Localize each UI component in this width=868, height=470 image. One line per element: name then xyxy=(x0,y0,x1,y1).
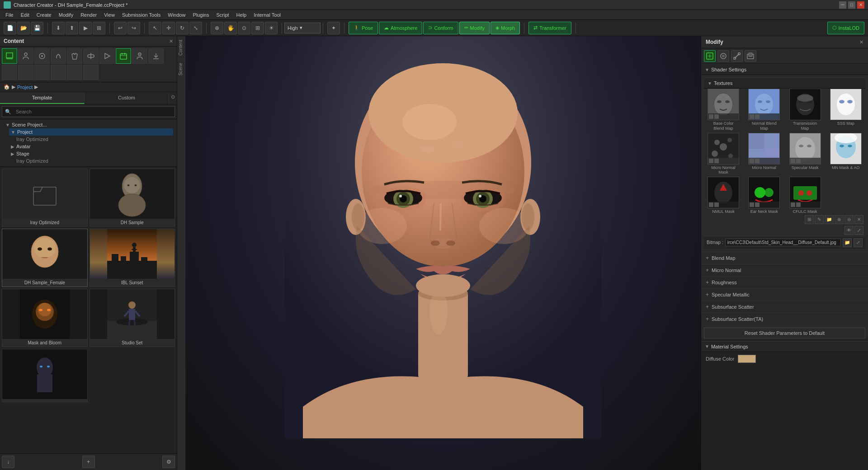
content-icon-placeholder1[interactable] xyxy=(2,65,17,80)
menu-window[interactable]: Window xyxy=(164,11,189,19)
content-item-iray-folder[interactable]: Iray Optimized xyxy=(2,169,88,227)
modify-icon-bone[interactable] xyxy=(731,50,743,62)
sun-button[interactable]: ☀ xyxy=(265,22,278,34)
tree-item-iray-optimized[interactable]: Iray Optimized xyxy=(14,136,173,143)
menu-submission-tools[interactable]: Submission Tools xyxy=(118,11,164,19)
content-icon-hair[interactable] xyxy=(51,48,66,64)
texture-item-micro-normal-mask[interactable]: Micro NormalMask xyxy=(704,133,743,175)
texture-item-sss[interactable]: SSS Map xyxy=(826,89,865,131)
content-icon-placeholder3[interactable] xyxy=(34,65,50,80)
content-icon-import[interactable] xyxy=(148,48,164,64)
texture-item-mn-mask-ao[interactable]: MN Mask & AO xyxy=(826,133,865,175)
save-button[interactable]: 💾 xyxy=(31,22,43,34)
window-controls[interactable]: ─ □ ✕ xyxy=(839,1,864,9)
breadcrumb-item-project[interactable]: Project xyxy=(17,85,33,90)
modify-icon-morph[interactable] xyxy=(717,50,729,62)
content-icon-placeholder2[interactable] xyxy=(18,65,33,80)
menu-script[interactable]: Script xyxy=(212,11,232,19)
pan-button[interactable]: 🖐 xyxy=(224,22,237,34)
modify-icon-shader[interactable] xyxy=(704,50,716,62)
light-button[interactable]: ✦ xyxy=(327,22,340,34)
menu-edit[interactable]: Edit xyxy=(17,11,33,19)
tex-btn-fullscreen[interactable]: ⤢ xyxy=(854,226,863,235)
content-icon-project[interactable] xyxy=(116,48,131,64)
tab-template[interactable]: Template xyxy=(0,92,85,104)
content-icon-placeholder4[interactable] xyxy=(51,65,66,80)
search-input[interactable] xyxy=(13,108,172,116)
content-icon-characters[interactable] xyxy=(18,48,33,64)
texture-item-transmission[interactable]: TransmissionMap xyxy=(786,89,825,131)
content-back-button[interactable]: ↓ xyxy=(2,456,14,468)
content-icon-placeholder6[interactable] xyxy=(83,65,99,80)
content-item-ibl-sunset[interactable]: IBL Sunset xyxy=(90,229,175,287)
open-button[interactable]: 📂 xyxy=(17,22,30,34)
zoom-button[interactable]: ⊙ xyxy=(238,22,250,34)
texture-item-nmul-mask[interactable]: NMUL Mask xyxy=(704,177,743,214)
close-button[interactable]: ✕ xyxy=(857,1,864,9)
tab-options-icon[interactable]: ⊙ xyxy=(169,92,177,104)
menu-modify[interactable]: Modify xyxy=(55,11,77,19)
texture-item-micro-normal[interactable]: Micro Normal xyxy=(745,133,783,175)
menu-file[interactable]: File xyxy=(2,11,17,19)
content-item-dh-sample-female[interactable]: DH Sample_Female xyxy=(2,229,88,287)
content-icon-cloth[interactable] xyxy=(67,48,82,64)
pose-button[interactable]: 🚶 Pose xyxy=(349,22,378,34)
select-button[interactable]: ↖ xyxy=(149,22,161,34)
minimize-button[interactable]: ─ xyxy=(839,1,846,9)
content-icon-animation[interactable] xyxy=(99,48,115,64)
blend-map-header[interactable]: + Blend Map xyxy=(701,252,868,264)
import-button[interactable]: ⬇ xyxy=(52,22,65,34)
menu-view[interactable]: View xyxy=(100,11,118,19)
menu-create[interactable]: Create xyxy=(33,11,55,19)
content-item-dh-sample[interactable]: DH Sample xyxy=(90,169,175,227)
side-tab-content[interactable]: Content xyxy=(177,36,185,59)
menu-render[interactable]: Render xyxy=(77,11,100,19)
micro-normal-header[interactable]: + Micro Normal xyxy=(701,264,868,276)
content-icon-placeholder5[interactable] xyxy=(67,65,82,80)
tree-item-stage[interactable]: ▶ Stage xyxy=(9,150,173,157)
morph-button[interactable]: ◈ Morph xyxy=(491,22,520,34)
content-icon-morph[interactable] xyxy=(83,48,99,64)
content-settings-button[interactable]: ⚙ xyxy=(162,456,175,468)
export-button[interactable]: ⬆ xyxy=(66,22,78,34)
content-close-icon[interactable]: ✕ xyxy=(169,38,173,44)
modify-button[interactable]: ✏ Modify xyxy=(459,22,490,34)
roughness-header[interactable]: + Roughness xyxy=(701,277,868,288)
orbit-button[interactable]: ⊕ xyxy=(211,22,223,34)
undo-button[interactable]: ↩ xyxy=(114,22,127,34)
move-button[interactable]: ✛ xyxy=(162,22,175,34)
render2-button[interactable]: ⊞ xyxy=(93,22,105,34)
bitmap-expand-button[interactable]: ⤢ xyxy=(854,238,863,247)
modify-icon-texture[interactable] xyxy=(745,50,756,62)
reset-shader-button[interactable]: Reset Shader Parameters to Default xyxy=(704,328,865,338)
tex-btn-paste[interactable]: ⊖ xyxy=(844,215,854,224)
atmosphere-button[interactable]: ☁ Atmosphere xyxy=(379,22,422,34)
menu-internal-tool[interactable]: Internal Tool xyxy=(250,11,284,19)
breadcrumb-home-icon[interactable]: 🏠 xyxy=(4,84,10,90)
subsurface-scatter-header[interactable]: + Subsurface Scatter xyxy=(701,301,868,313)
textures-subsection-header[interactable]: ▼ Textures xyxy=(704,78,865,89)
instalod-button[interactable]: ⬡ InstaLOD xyxy=(827,22,864,34)
shader-settings-header[interactable]: ▼ Shader Settings xyxy=(701,64,868,75)
tex-btn-replace[interactable]: ⊞ xyxy=(805,215,814,224)
menu-plugins[interactable]: Plugins xyxy=(189,11,212,19)
redo-button[interactable]: ↪ xyxy=(127,22,140,34)
content-item-dark-character[interactable] xyxy=(2,349,88,402)
tree-item-project[interactable]: ▼ Project xyxy=(9,128,173,136)
new-scene-button[interactable]: 📄 xyxy=(4,22,16,34)
menu-help[interactable]: Help xyxy=(233,11,250,19)
subsurface-scatter-ta-header[interactable]: + Subsurface Scatter(TA) xyxy=(701,313,868,325)
scale-button[interactable]: ⤡ xyxy=(189,22,202,34)
tex-btn-browse[interactable]: 📁 xyxy=(825,215,834,224)
texture-item-ear-neck-mask[interactable]: Ear Neck Mask xyxy=(745,177,783,214)
transformer-button[interactable]: ⇄ Transformer xyxy=(528,22,571,34)
specular-metallic-header[interactable]: + Specular Metallic xyxy=(701,289,868,301)
tex-btn-edit[interactable]: ✎ xyxy=(815,215,824,224)
tree-item-scene-project[interactable]: ▼ Scene Project... xyxy=(4,121,173,128)
texture-item-normal-blend[interactable]: Normal BlendMap xyxy=(745,89,783,131)
tex-btn-view[interactable]: 👁 xyxy=(844,226,854,235)
tex-btn-delete[interactable]: ✕ xyxy=(854,215,863,224)
content-icon-avatar[interactable] xyxy=(132,48,147,64)
maximize-button[interactable]: □ xyxy=(848,1,855,9)
modify-close-icon[interactable]: ✕ xyxy=(859,39,863,45)
